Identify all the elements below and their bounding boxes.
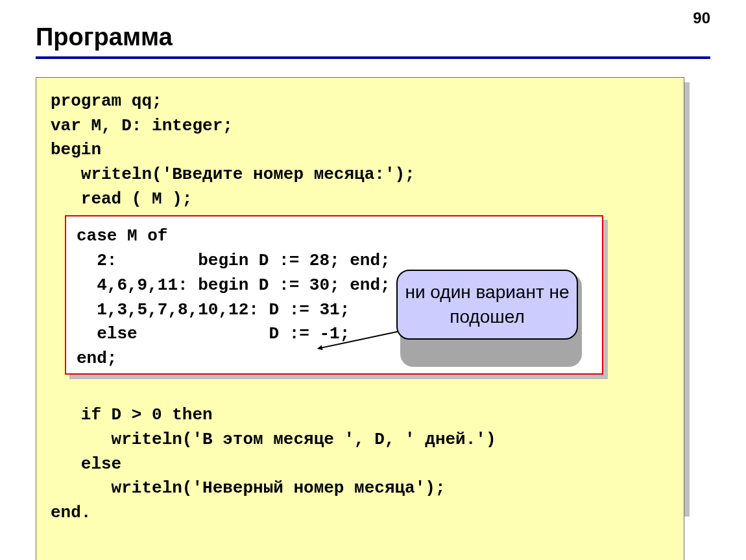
title-rule bbox=[36, 56, 710, 59]
callout-container: ни один вариант не подошел bbox=[396, 270, 591, 375]
slide-title: Программа bbox=[36, 23, 710, 51]
code-segment-top: program qq; var M, D: integer; begin wri… bbox=[51, 91, 415, 209]
code-block-container: program qq; var M, D: integer; begin wri… bbox=[36, 77, 710, 560]
callout-bubble: ни один вариант не подошел bbox=[396, 270, 578, 340]
code-segment-bottom: if D > 0 then writeln('В этом месяце ', … bbox=[51, 405, 496, 522]
slide: 90 Программа program qq; var M, D: integ… bbox=[0, 0, 746, 560]
page-number: 90 bbox=[693, 9, 710, 27]
code-block: program qq; var M, D: integer; begin wri… bbox=[36, 77, 684, 560]
